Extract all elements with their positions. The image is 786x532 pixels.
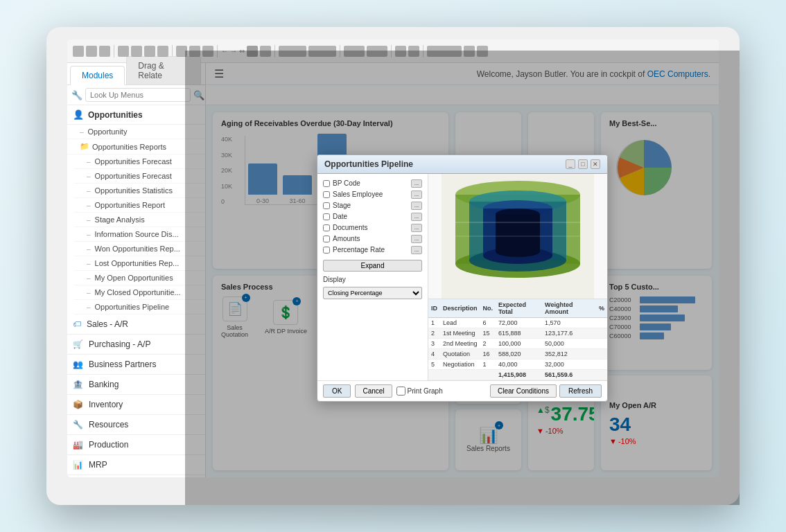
refresh-button[interactable]: Refresh	[559, 384, 602, 398]
toolbar-icon-3[interactable]	[99, 46, 110, 57]
cell-id-5: 5	[428, 359, 440, 369]
cell-id-3: 3	[428, 338, 440, 348]
opportunities-pipeline-modal: Opportunities Pipeline _ □ ✕	[317, 154, 608, 402]
cell-no-1stmeeting: 15	[480, 328, 496, 338]
sales-employee-dots-btn[interactable]: ...	[411, 190, 422, 199]
opp-forecast-1-label: Opportunities Forecast	[95, 157, 172, 166]
modal-maximize-btn[interactable]: □	[578, 159, 588, 169]
cell-pct-1stmeeting	[596, 328, 607, 338]
toolbar-icon-1[interactable]	[73, 46, 84, 57]
cell-id-1: 1	[428, 317, 440, 328]
cell-desc-negotiation: Negotiation	[440, 359, 480, 369]
screen: ← → ⇔ Modules Drag & Relate	[67, 39, 719, 477]
production-icon: 🏭	[73, 440, 83, 450]
cell-exp-negotiation: 40,000	[496, 359, 542, 369]
production-label: Production	[89, 440, 128, 450]
cb-sales-employee[interactable]	[323, 191, 330, 198]
table-row-2ndmeeting: 3 2nd Meeting 2 100,000 50,000	[428, 338, 607, 348]
cb-bpcode-label: BP Code	[333, 179, 360, 187]
modal-footer: OK Cancel Print Graph Clear Conditions R…	[317, 380, 607, 401]
toolbar-icon-7[interactable]	[157, 46, 168, 57]
table-row-negotiation: 5 Negotiation 1 40,000 32,000	[428, 359, 607, 369]
modal-cb-date: Date ...	[323, 213, 422, 221]
cell-id-4: 4	[428, 348, 440, 359]
cb-documents-label: Documents	[333, 224, 368, 231]
modal-cb-amounts: Amounts ...	[323, 235, 422, 243]
tab-modules[interactable]: Modules	[70, 66, 125, 85]
toolbar-icon-6[interactable]	[144, 46, 155, 57]
cell-id-2: 2	[428, 328, 440, 338]
cell-pct-quotation	[596, 348, 607, 359]
toolbar-icon-2[interactable]	[86, 46, 97, 57]
opp-forecast-2-label: Opportunities Forecast	[95, 172, 172, 180]
search-input[interactable]	[85, 88, 191, 102]
wrench-icon: 🔧	[71, 90, 82, 100]
cb-bpcode[interactable]	[323, 180, 330, 187]
modal-left-panel: BP Code ... Sales Employee ...	[317, 174, 428, 380]
cell-no-negotiation: 1	[480, 359, 496, 369]
table-row-totals: 1,415,908 561,559.6	[428, 369, 607, 380]
modal-overlay: Opportunities Pipeline _ □ ✕	[206, 105, 719, 477]
amounts-dots-btn[interactable]: ...	[411, 235, 422, 243]
pct-rate-dots-btn[interactable]: ...	[411, 246, 422, 254]
cb-amounts[interactable]	[323, 236, 330, 242]
won-opp-label: Won Opportunities Rep...	[95, 245, 180, 253]
opportunity-label: Opportunity	[88, 127, 128, 136]
mrp-icon: 📊	[73, 460, 83, 470]
stage-dots-btn[interactable]: ...	[411, 202, 422, 210]
expand-button[interactable]: Expand	[323, 260, 422, 272]
cell-wtd-lead: 1,570	[542, 317, 596, 328]
cb-amounts-label: Amounts	[333, 235, 360, 242]
cb-stage[interactable]	[323, 202, 330, 209]
my-open-opp-label: My Open Opportunities	[95, 274, 173, 282]
table-row-quotation: 4 Quotation 16 588,020 352,812	[428, 348, 607, 359]
modal-header: Opportunities Pipeline _ □ ✕	[317, 155, 607, 174]
bpcode-dots-btn[interactable]: ...	[411, 179, 422, 188]
cell-pct-lead	[596, 317, 607, 328]
modal-data-table: ID Description No. Expected Total Weight…	[428, 299, 607, 380]
cell-desc-quotation: Quotation	[440, 348, 480, 359]
cb-pct-rate-label: Percentage Rate	[333, 246, 385, 254]
modal-cb-documents: Documents ...	[323, 224, 422, 232]
resources-icon: 🔧	[73, 420, 83, 429]
cell-desc-2ndmeeting: 2nd Meeting	[440, 338, 480, 348]
clear-conditions-button[interactable]: Clear Conditions	[490, 384, 557, 398]
toolbar-icon-4[interactable]	[118, 46, 129, 57]
modal-display-label: Display	[323, 276, 422, 283]
modal-minimize-btn[interactable]: _	[566, 159, 575, 169]
toolbar-icon-5[interactable]	[131, 46, 142, 57]
opp-stats-label: Opportunities Statistics	[95, 186, 173, 195]
modal-body: BP Code ... Sales Employee ...	[317, 174, 607, 380]
modal-table-section: ID Description No. Expected Total Weight…	[428, 299, 607, 380]
cb-documents[interactable]	[323, 224, 330, 231]
cell-pct-negotiation	[596, 359, 607, 369]
display-select[interactable]: Closing Percentage Expected Total Weight…	[323, 287, 422, 299]
business-partners-label: Business Partners	[89, 360, 156, 369]
cell-wtd-2ndmeeting: 50,000	[542, 338, 596, 348]
date-dots-btn[interactable]: ...	[411, 213, 422, 221]
cylinder-chart-area	[428, 174, 607, 299]
ok-button[interactable]: OK	[323, 384, 351, 398]
cb-date[interactable]	[323, 213, 330, 220]
modal-cb-stage: Stage ...	[323, 202, 422, 210]
banking-label: Banking	[89, 380, 119, 389]
table-row-lead: 1 Lead 6 72,000 1,570	[428, 317, 607, 328]
documents-dots-btn[interactable]: ...	[411, 224, 422, 232]
banking-icon: 🏦	[73, 380, 83, 389]
cb-pct-rate[interactable]	[323, 247, 330, 254]
modal-close-btn[interactable]: ✕	[591, 159, 600, 169]
cell-pct-2ndmeeting	[596, 338, 607, 348]
purchasing-label: Purchasing - A/P	[89, 339, 150, 349]
sales-icon: 🏷	[73, 319, 81, 329]
modal-right-panel: ID Description No. Expected Total Weight…	[428, 174, 607, 380]
modal-display-section: Display Closing Percentage Expected Tota…	[323, 276, 422, 299]
cell-no-lead: 6	[480, 317, 496, 328]
lost-opp-label: Lost Opportunities Rep...	[95, 259, 180, 267]
svg-rect-12	[496, 214, 540, 251]
cell-totals-empty	[428, 369, 496, 380]
cancel-button[interactable]: Cancel	[355, 384, 392, 398]
print-graph-label: Print Graph	[396, 387, 443, 396]
opportunities-label: Opportunities	[88, 110, 143, 120]
cb-date-label: Date	[333, 213, 347, 220]
print-graph-checkbox[interactable]	[396, 387, 405, 396]
